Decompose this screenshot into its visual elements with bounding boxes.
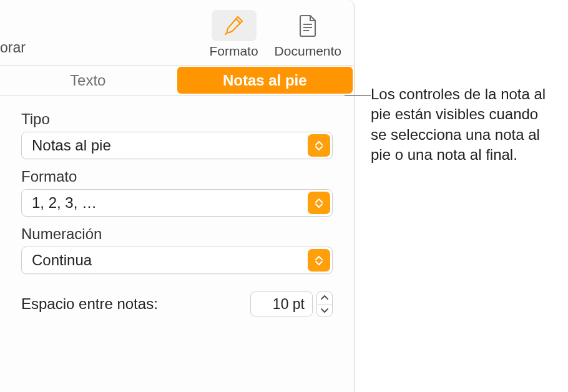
field-numeracion: Numeración Continua xyxy=(21,225,333,274)
chevron-down-icon xyxy=(321,308,328,313)
popup-numeracion-value: Continua xyxy=(22,252,306,269)
callout-leader-line xyxy=(345,95,371,96)
chevron-up-icon xyxy=(321,295,328,300)
toolbar-item-documento[interactable]: Documento xyxy=(275,10,341,59)
popup-arrows-icon xyxy=(308,249,330,272)
stepper-value[interactable]: 10 pt xyxy=(250,292,313,316)
field-tipo: Tipo Notas al pie xyxy=(21,110,333,159)
toolbar: orar Formato Docume xyxy=(0,0,354,66)
label-formato: Formato xyxy=(21,168,333,185)
inspector-tabs: Texto Notas al pie xyxy=(0,66,354,96)
label-numeracion: Numeración xyxy=(21,225,333,243)
stepper-up-button[interactable] xyxy=(317,292,332,305)
stepper-down-button[interactable] xyxy=(317,305,332,316)
field-formato: Formato 1, 2, 3, … xyxy=(21,168,333,217)
tab-notas-al-pie[interactable]: Notas al pie xyxy=(177,67,353,94)
format-brush-icon xyxy=(212,10,257,41)
popup-arrows-icon xyxy=(308,134,330,157)
callout-text: Los controles de la nota al pie están vi… xyxy=(371,84,558,165)
toolbar-item-label: Formato xyxy=(209,44,258,59)
popup-numeracion[interactable]: Continua xyxy=(21,247,333,274)
toolbar-item-formato[interactable]: Formato xyxy=(209,10,258,59)
popup-tipo-value: Notas al pie xyxy=(22,137,306,154)
stepper-arrows xyxy=(316,292,333,316)
toolbar-item-label: Documento xyxy=(275,44,341,59)
popup-formato[interactable]: 1, 2, 3, … xyxy=(21,189,333,217)
field-espacio: Espacio entre notas: 10 pt xyxy=(21,292,333,316)
tab-texto[interactable]: Texto xyxy=(0,66,176,95)
format-panel: orar Formato Docume xyxy=(0,0,355,392)
popup-formato-value: 1, 2, 3, … xyxy=(22,194,306,212)
stepper-espacio: 10 pt xyxy=(250,292,333,316)
label-tipo: Tipo xyxy=(21,110,333,128)
footnote-controls: Tipo Notas al pie Formato 1, 2, 3, … Num… xyxy=(0,96,354,316)
label-espacio: Espacio entre notas: xyxy=(21,295,158,313)
toolbar-left-fragment: orar xyxy=(0,39,26,56)
popup-tipo[interactable]: Notas al pie xyxy=(21,132,333,159)
popup-arrows-icon xyxy=(308,192,330,214)
document-icon xyxy=(285,10,330,41)
